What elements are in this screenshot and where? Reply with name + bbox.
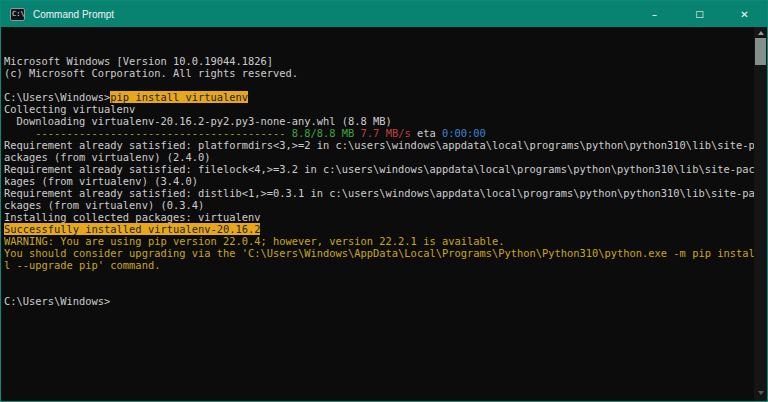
terminal-line: (c) Microsoft Corporation. All rights re… xyxy=(4,67,751,79)
terminal-line xyxy=(4,283,751,295)
terminal-line: You should consider upgrading via the 'C… xyxy=(4,247,751,259)
terminal-line: ckages (from virtualenv) (0.3.4) xyxy=(4,199,751,211)
terminal-line: Requirement already satisfied: platformd… xyxy=(4,139,751,151)
terminal-line xyxy=(4,79,751,91)
terminal-line: ackages (from virtualenv) (2.4.0) xyxy=(4,151,751,163)
close-button[interactable]: ✕ xyxy=(722,1,767,27)
title-bar[interactable]: C:\ Command Prompt – □ ✕ xyxy=(1,1,767,27)
terminal-line: Microsoft Windows [Version 10.0.19044.18… xyxy=(4,55,751,67)
window-title: Command Prompt xyxy=(33,9,114,20)
scrollbar-thumb[interactable] xyxy=(755,38,766,65)
terminal-line: ----------------------------------------… xyxy=(4,127,751,139)
terminal-line: kages (from virtualenv) (3.4.0) xyxy=(4,175,751,187)
terminal-line: C:\Users\Windows> xyxy=(4,295,751,307)
cmd-icon[interactable]: C:\ xyxy=(10,8,25,21)
window-controls: – □ ✕ xyxy=(632,1,767,27)
terminal-line: C:\Users\Windows>pip install virtualenv xyxy=(4,91,751,103)
terminal-line: l --upgrade pip' command. xyxy=(4,259,751,271)
terminal-line: Collecting virtualenv xyxy=(4,103,751,115)
console-area[interactable]: Microsoft Windows [Version 10.0.19044.18… xyxy=(1,27,767,401)
scroll-down-arrow-icon[interactable] xyxy=(754,387,767,399)
terminal-line xyxy=(4,271,751,283)
terminal-line: Successfully installed virtualenv-20.16.… xyxy=(4,223,751,235)
scrollbar[interactable] xyxy=(754,27,767,401)
terminal-output: Microsoft Windows [Version 10.0.19044.18… xyxy=(4,55,751,307)
terminal-line: Requirement already satisfied: distlib<1… xyxy=(4,187,751,199)
command-prompt-window: C:\ Command Prompt – □ ✕ Microsoft Windo… xyxy=(0,0,768,402)
maximize-button[interactable]: □ xyxy=(677,1,722,27)
terminal-line: Requirement already satisfied: filelock<… xyxy=(4,163,751,175)
terminal-line: WARNING: You are using pip version 22.0.… xyxy=(4,235,751,247)
terminal-line: Downloading virtualenv-20.16.2-py2.py3-n… xyxy=(4,115,751,127)
terminal-line: Installing collected packages: virtualen… xyxy=(4,211,751,223)
minimize-button[interactable]: – xyxy=(632,1,677,27)
